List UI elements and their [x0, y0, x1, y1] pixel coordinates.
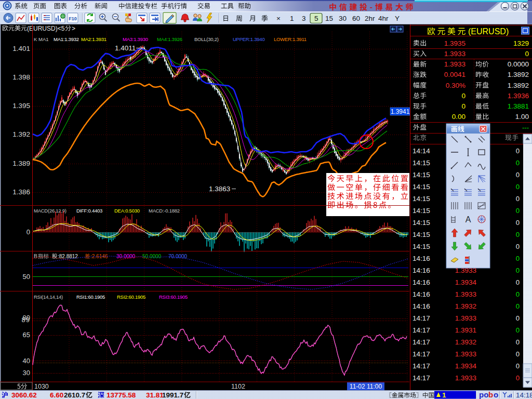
svg-text:BOLL(30,2): BOLL(30,2): [194, 36, 219, 42]
svg-text:0: 0: [525, 50, 529, 58]
svg-text:0: 0: [516, 338, 520, 346]
svg-text:1.3935: 1.3935: [444, 39, 466, 47]
svg-text:1.3941: 1.3941: [391, 108, 410, 115]
svg-text:0.0041: 0.0041: [444, 71, 466, 78]
svg-text:1.3933: 1.3933: [444, 50, 466, 58]
svg-text:1.395: 1.395: [12, 102, 30, 110]
svg-text:DIFF:0.4403: DIFF:0.4403: [76, 208, 102, 214]
svg-text:MA3:1.3930: MA3:1.3930: [123, 36, 148, 42]
svg-text:RSI3:60.1905: RSI3:60.1905: [159, 294, 188, 300]
svg-text:RSI2:60.1905: RSI2:60.1905: [117, 294, 145, 300]
svg-text:1329: 1329: [513, 39, 529, 47]
svg-text:0: 0: [516, 362, 520, 370]
svg-text:6.60: 6.60: [50, 391, 63, 399]
svg-text:0: 0: [516, 278, 520, 286]
svg-text:o: o: [494, 390, 498, 399]
svg-text:1.3931: 1.3931: [455, 326, 476, 334]
svg-text:0: 0: [516, 326, 520, 334]
svg-text:0: 0: [516, 171, 520, 179]
svg-text:MACD(26,12,9): MACD(26,12,9): [34, 208, 66, 214]
svg-text:50.0000: 50.0000: [142, 254, 162, 259]
svg-text:MACD:-0.1882: MACD:-0.1882: [149, 208, 180, 214]
svg-text:2hr: 2hr: [365, 15, 375, 22]
svg-text:31.81: 31.81: [146, 391, 164, 399]
svg-text:---: ---: [522, 124, 529, 131]
svg-text:13775.58: 13775.58: [107, 391, 136, 399]
svg-text:14:16: 14:16: [413, 278, 430, 286]
svg-text:0: 0: [516, 219, 520, 227]
svg-text:14:14: 14:14: [413, 147, 430, 155]
svg-text:1: 1: [442, 391, 446, 399]
svg-text:14:15: 14:15: [413, 219, 430, 227]
svg-text:×: ×: [276, 15, 281, 22]
svg-text:11-02 11:00: 11-02 11:00: [350, 383, 382, 390]
svg-text:1.401: 1.401: [12, 45, 30, 52]
svg-text:4hr: 4hr: [378, 15, 389, 22]
svg-text:14:15: 14:15: [413, 231, 430, 238]
svg-text:14:15: 14:15: [413, 159, 430, 167]
svg-text::82.8812: :82.8812: [58, 254, 78, 259]
svg-text:14:16: 14:16: [413, 267, 430, 274]
svg-text:0: 0: [516, 290, 520, 298]
svg-text:0: 0: [516, 231, 520, 238]
svg-text:1.4011: 1.4011: [115, 44, 136, 52]
svg-text:0: 0: [461, 92, 466, 100]
svg-text:1.3933: 1.3933: [455, 314, 476, 322]
svg-text:14:16: 14:16: [413, 302, 430, 310]
svg-text:0: 0: [516, 267, 520, 274]
svg-text:5: 5: [314, 15, 318, 22]
svg-text:1.3934: 1.3934: [455, 278, 477, 286]
svg-text:F10: F10: [69, 16, 77, 21]
svg-text:1.3933: 1.3933: [455, 290, 476, 298]
svg-text:1.3863: 1.3863: [209, 185, 230, 193]
svg-text:14:17: 14:17: [413, 350, 430, 358]
svg-text:0.0000: 0.0000: [508, 60, 529, 68]
svg-text:14:17: 14:17: [413, 374, 430, 382]
svg-text:14:15: 14:15: [413, 207, 430, 215]
svg-text:1102: 1102: [231, 383, 245, 390]
svg-text:RSI(14,14,14): RSI(14,14,14): [34, 294, 63, 300]
svg-text:1.3932: 1.3932: [455, 302, 476, 310]
svg-text:1.386: 1.386: [12, 188, 30, 196]
svg-text:14:15: 14:15: [413, 195, 430, 203]
svg-text:>: >: [72, 25, 75, 32]
svg-text:RSI1:60.1905: RSI1:60.1905: [76, 294, 105, 300]
svg-text:1030: 1030: [34, 383, 49, 390]
svg-text:50: 50: [23, 273, 30, 281]
svg-text:0.30%: 0.30%: [446, 82, 466, 89]
svg-text:0: 0: [516, 243, 520, 250]
svg-text:1.3933: 1.3933: [455, 350, 476, 358]
svg-text:1991.7: 1991.7: [162, 391, 183, 399]
svg-text:14:17: 14:17: [413, 338, 430, 346]
svg-text:1.3932: 1.3932: [455, 338, 476, 346]
svg-text:1.3881: 1.3881: [508, 102, 529, 110]
svg-text:(EURUSD): (EURUSD): [468, 27, 509, 36]
svg-text:0: 0: [516, 302, 520, 310]
svg-text:14:15: 14:15: [413, 243, 430, 250]
svg-text:0: 0: [516, 195, 520, 203]
svg-text:1.3892: 1.3892: [508, 82, 529, 89]
svg-text:0: 0: [516, 159, 520, 167]
svg-text:1.3934: 1.3934: [455, 362, 477, 370]
svg-text:3: 3: [302, 15, 306, 22]
svg-text:1.3892: 1.3892: [508, 71, 529, 78]
svg-text:14:18: 14:18: [516, 391, 532, 399]
svg-text:14:15: 14:15: [413, 171, 430, 179]
svg-text:0: 0: [516, 374, 520, 382]
svg-text:0: 0: [516, 207, 520, 215]
svg-text:DEA:0.5030: DEA:0.5030: [114, 208, 140, 214]
svg-text:14:16: 14:16: [413, 290, 430, 298]
svg-text:14:16: 14:16: [413, 255, 430, 262]
svg-text:0: 0: [516, 147, 520, 155]
svg-text:1.3933: 1.3933: [444, 60, 466, 68]
svg-text:60: 60: [352, 15, 360, 22]
svg-text:1.392: 1.392: [12, 130, 30, 138]
svg-text:UPPER:1.3940: UPPER:1.3940: [233, 36, 264, 42]
svg-text:po: po: [479, 390, 488, 399]
svg-text:14:15: 14:15: [413, 183, 430, 191]
svg-text:3060.62: 3060.62: [11, 391, 37, 399]
svg-text:40: 40: [23, 357, 30, 365]
svg-text:15: 15: [325, 15, 333, 22]
svg-text:0: 0: [516, 314, 520, 322]
svg-text:1.398: 1.398: [12, 73, 30, 81]
